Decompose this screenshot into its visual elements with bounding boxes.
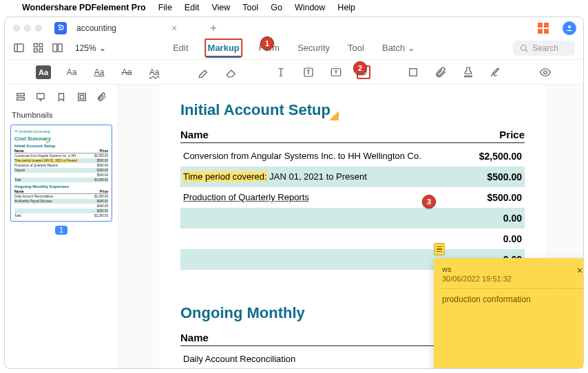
- account-avatar-icon[interactable]: [563, 21, 576, 35]
- text-callout-icon[interactable]: [302, 65, 315, 79]
- preview-eye-icon[interactable]: [538, 65, 552, 79]
- menu-go[interactable]: Go: [271, 3, 282, 12]
- close-icon[interactable]: ×: [577, 265, 582, 276]
- svg-rect-18: [37, 94, 45, 99]
- menu-edit[interactable]: Edit: [185, 3, 200, 12]
- signature-icon[interactable]: [489, 65, 503, 79]
- page-thumbnail[interactable]: ☂Umbrella Accounting Cost Summary Initia…: [10, 125, 112, 222]
- text-style-1[interactable]: Aa: [65, 65, 78, 79]
- highlight-text-tool[interactable]: Aa: [36, 65, 51, 79]
- macos-menubar: Wondershare PDFelement Pro File Edit Vie…: [0, 0, 588, 15]
- ribbon-row: 125%⌄ Edit Markup Form Security Tool Bat…: [5, 36, 583, 60]
- svg-line-10: [525, 50, 527, 52]
- section-heading: Initial Account Setup: [180, 101, 330, 119]
- stamp-icon[interactable]: [461, 65, 475, 79]
- sticky-timestamp: 30/06/2022 19:51:32: [442, 275, 512, 283]
- titlebar: accounting × +: [5, 17, 583, 36]
- zoom-dropdown[interactable]: 125%⌄: [75, 43, 106, 53]
- tab-markup[interactable]: Markup: [205, 39, 242, 57]
- svg-rect-20: [80, 95, 83, 98]
- apps-grid-icon[interactable]: [538, 23, 549, 34]
- table-row: 0.00: [180, 208, 525, 228]
- svg-rect-14: [410, 68, 417, 76]
- document-viewport[interactable]: Initial Account Setup Name Price Convers…: [118, 85, 583, 368]
- svg-point-0: [568, 25, 571, 28]
- svg-point-15: [544, 70, 547, 74]
- svg-rect-5: [34, 49, 37, 52]
- svg-point-9: [521, 45, 527, 50]
- table-row: 0.00: [180, 228, 525, 249]
- search-input[interactable]: Search: [513, 41, 575, 56]
- sticky-body[interactable]: production conformation: [442, 295, 582, 304]
- table-header: Name Price: [180, 129, 525, 143]
- search-icon: [520, 44, 528, 52]
- menu-help[interactable]: Help: [337, 3, 355, 12]
- new-tab-button[interactable]: +: [210, 22, 216, 34]
- window-controls[interactable]: [13, 25, 42, 32]
- svg-rect-3: [34, 43, 37, 47]
- sidebar-title: Thumbnails: [12, 111, 111, 119]
- tab-batch[interactable]: Batch ⌄: [381, 40, 417, 56]
- sticky-note-marker-icon[interactable]: [434, 243, 445, 255]
- svg-rect-6: [39, 49, 42, 52]
- table-row: Production of Quarterly Reports$500.00: [180, 187, 525, 208]
- sticky-author: ws: [442, 265, 512, 273]
- callout-badge-1: 1: [260, 36, 274, 50]
- svg-rect-8: [58, 44, 62, 52]
- bookmarks-panel-icon[interactable]: [56, 92, 67, 103]
- thumbnails-grid-icon[interactable]: [32, 43, 43, 54]
- markup-toolbar: Aa Aa Aa Aa Aa: [5, 60, 583, 85]
- table-row: Time period covered: JAN 01, 2021 to Pre…: [180, 167, 525, 187]
- tab-security[interactable]: Security: [296, 40, 331, 56]
- svg-rect-4: [39, 43, 42, 47]
- chevron-down-icon: ⌄: [408, 43, 415, 53]
- document-tab[interactable]: accounting ×: [76, 23, 177, 34]
- callout-badge-3: 3: [422, 195, 436, 209]
- menu-window[interactable]: Window: [295, 3, 325, 12]
- callout-badge-2: 2: [353, 61, 367, 75]
- panel-left-icon[interactable]: [13, 43, 24, 54]
- eraser-icon[interactable]: [224, 65, 238, 79]
- svg-rect-1: [14, 44, 23, 52]
- tab-tool[interactable]: Tool: [346, 40, 366, 56]
- tab-title: accounting: [76, 23, 116, 33]
- section-heading: Ongoing Monthly: [180, 304, 305, 322]
- app-name[interactable]: Wondershare PDFelement Pro: [22, 3, 146, 12]
- text-box-icon[interactable]: [274, 65, 288, 79]
- annotation-corner-icon: [329, 111, 339, 120]
- chevron-down-icon: ⌄: [99, 43, 106, 53]
- attachment-icon[interactable]: [434, 65, 448, 79]
- menu-tool[interactable]: Tool: [242, 3, 258, 12]
- thumbnails-panel-icon[interactable]: [15, 92, 26, 103]
- menu-view[interactable]: View: [211, 3, 230, 12]
- highlighter-marker-icon[interactable]: [197, 65, 211, 79]
- svg-rect-19: [78, 94, 85, 101]
- app-window: accounting × + 125%⌄ Edit Markup Form Se…: [4, 17, 584, 369]
- svg-rect-16: [17, 94, 25, 96]
- fields-panel-icon[interactable]: [76, 92, 87, 103]
- squiggly-tool[interactable]: Aa: [147, 65, 161, 79]
- attachments-panel-icon[interactable]: [96, 92, 107, 103]
- thumbnail-page-number: 1: [55, 226, 67, 235]
- comments-panel-icon[interactable]: [35, 92, 46, 103]
- sidebar: Thumbnails ☂Umbrella Accounting Cost Sum…: [5, 85, 118, 368]
- menu-file[interactable]: File: [158, 3, 172, 12]
- sticky-note-popup[interactable]: ws 30/06/2022 19:51:32 × production conf…: [434, 258, 583, 368]
- svg-rect-7: [52, 44, 56, 52]
- mode-tabs: Edit Markup Form Security Tool Batch ⌄: [171, 39, 417, 57]
- strikethrough-tool[interactable]: Aa: [120, 65, 134, 79]
- two-page-icon[interactable]: [52, 43, 63, 54]
- tab-edit[interactable]: Edit: [171, 40, 189, 56]
- underline-tool[interactable]: Aa: [92, 65, 106, 79]
- table-row: Conversion from Angular Systems Inc. to …: [180, 146, 525, 167]
- app-logo-icon: [54, 22, 67, 34]
- text-frame-icon[interactable]: [329, 65, 343, 79]
- svg-rect-17: [17, 98, 25, 100]
- shape-rect-icon[interactable]: [406, 65, 420, 79]
- tab-close-icon[interactable]: ×: [171, 23, 177, 34]
